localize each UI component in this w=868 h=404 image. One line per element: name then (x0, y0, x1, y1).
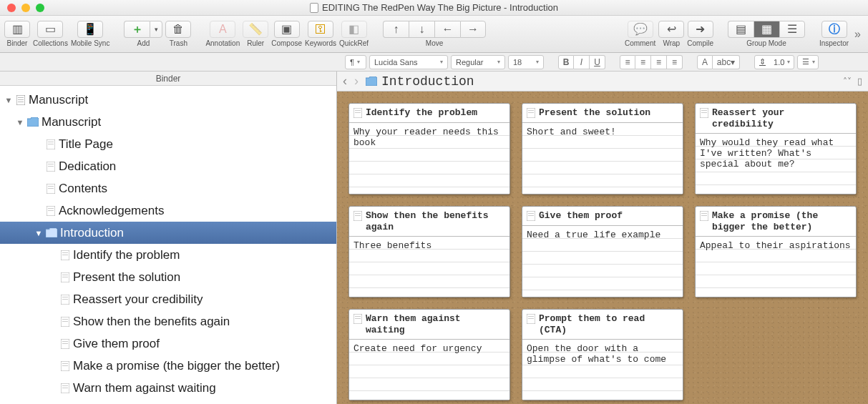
inspector-button[interactable]: ⓘ (821, 21, 847, 38)
corkboard[interactable]: Identify the problem Why your reader nee… (337, 92, 868, 404)
tree-root-manuscript[interactable]: ▼ Manuscript (0, 89, 336, 111)
card-synopsis[interactable]: Open the door with a glimpse of what's t… (522, 340, 683, 400)
path-up-down-button[interactable]: ˄˅ (843, 77, 852, 87)
collections-button[interactable]: ▭ (37, 21, 63, 38)
tree-item[interactable]: Reassert your credibility (0, 288, 336, 310)
disclosure-triangle-icon[interactable]: ▼ (34, 229, 43, 237)
document-icon (46, 139, 56, 149)
binder-header: Binder (0, 72, 336, 86)
group-mode-corkboard-button[interactable]: ▦ (754, 21, 779, 38)
italic-button[interactable]: I (574, 55, 590, 69)
add-label: Add (137, 39, 150, 47)
card-synopsis[interactable]: Three benefits (349, 237, 509, 297)
tree-item-acknowledgements[interactable]: Acknowledgements (0, 199, 336, 222)
index-card[interactable]: Give them proof Need a true life example (522, 206, 683, 297)
quickref-button[interactable]: ◧ (341, 21, 367, 38)
split-view-button[interactable]: ▯ (857, 76, 862, 87)
align-right-button[interactable]: ≡ (651, 55, 667, 69)
card-title: Show then the benefits again (366, 210, 505, 232)
annotation-button[interactable]: A (210, 21, 235, 38)
toolbar-overflow-button[interactable]: » (852, 28, 864, 41)
card-synopsis[interactable]: Why your reader needs this book (349, 123, 509, 194)
svg-rect-59 (355, 316, 361, 317)
document-icon (353, 211, 362, 221)
card-synopsis[interactable]: Need a true life example (522, 226, 683, 297)
mobile-sync-button[interactable]: 📱 (77, 21, 103, 38)
tree-item[interactable]: Give them proof (0, 332, 336, 355)
svg-rect-11 (48, 186, 54, 187)
document-icon (700, 108, 708, 118)
svg-rect-21 (62, 277, 68, 277)
index-card[interactable]: Make a promise (the bigger the better) A… (695, 206, 857, 297)
trash-button[interactable]: 🗑 (165, 21, 191, 38)
bold-button[interactable]: B (558, 55, 574, 69)
align-left-button[interactable]: ≡ (620, 55, 635, 69)
folder-icon (46, 228, 57, 237)
disclosure-triangle-icon[interactable]: ▼ (16, 118, 24, 127)
align-justify-button[interactable]: ≡ (667, 55, 683, 69)
move-right-button[interactable]: → (460, 21, 486, 38)
tree-item[interactable]: Warn them against waiting (0, 377, 336, 399)
line-spacing-select[interactable]: ⇕ 1.0▾ (754, 55, 794, 69)
nav-back-button[interactable]: ‹ (343, 74, 347, 89)
move-down-button[interactable]: ↓ (409, 21, 434, 38)
binder-toggle-button[interactable]: ▥ (4, 21, 30, 38)
document-icon (46, 162, 56, 172)
wrap-button[interactable]: ↩ (658, 21, 684, 38)
add-button[interactable]: ＋ (124, 21, 150, 38)
compose-button[interactable]: ▣ (274, 21, 300, 38)
card-synopsis[interactable]: Appeal to their aspirations (696, 237, 856, 297)
group-mode-document-button[interactable]: ▤ (728, 21, 754, 38)
card-synopsis[interactable]: Create need for urgency (349, 340, 509, 400)
move-left-button[interactable]: ← (434, 21, 460, 38)
move-up-button[interactable]: ↑ (383, 21, 409, 38)
svg-rect-20 (62, 275, 68, 275)
tree-item-contents[interactable]: Contents (0, 177, 336, 199)
tree-item-dedication[interactable]: Dedication (0, 155, 336, 177)
tree-item[interactable]: Present the solution (0, 266, 336, 288)
align-center-button[interactable]: ≡ (635, 55, 651, 69)
tree-folder-manuscript[interactable]: ▼ Manuscript (0, 111, 336, 133)
disclosure-triangle-icon[interactable]: ▼ (4, 96, 13, 104)
card-title: Warn them against waiting (366, 313, 505, 335)
card-synopsis[interactable]: Why would they read what I've written? W… (696, 134, 856, 194)
font-family-select[interactable]: Lucida Sans▾ (369, 55, 448, 69)
index-card[interactable]: Prompt them to read (CTA) Open the door … (522, 309, 683, 400)
add-dropdown-button[interactable]: ▾ (150, 21, 162, 38)
group-mode-outline-button[interactable]: ☰ (779, 21, 805, 38)
font-size-select[interactable]: 18▾ (508, 55, 544, 69)
svg-rect-53 (528, 213, 534, 214)
svg-rect-15 (48, 210, 54, 211)
svg-rect-32 (62, 363, 68, 364)
comment-button[interactable]: 💬 (628, 21, 653, 38)
font-style-select[interactable]: Regular▾ (451, 55, 505, 69)
card-synopsis[interactable]: Short and sweet! (522, 123, 683, 194)
tree-item-title-page[interactable]: Title Page (0, 133, 336, 155)
index-card[interactable]: Show then the benefits again Three benef… (348, 206, 510, 297)
svg-rect-54 (528, 215, 534, 216)
tree-folder-introduction[interactable]: ▼ Introduction (0, 222, 336, 244)
index-card[interactable]: Reassert your credibility Why would they… (695, 103, 857, 194)
document-icon (60, 295, 70, 305)
svg-rect-48 (701, 112, 707, 113)
ruler-button[interactable]: 📏 (243, 21, 268, 38)
index-card[interactable]: Present the solution Short and sweet! (522, 103, 683, 194)
list-button[interactable]: ☰▾ (797, 55, 819, 69)
tree-item[interactable]: Make a promise (the bigger the better) (0, 355, 336, 377)
highlight-button[interactable]: abc▾ (713, 55, 740, 69)
text-color-button[interactable]: A (697, 55, 713, 69)
document-icon (310, 3, 318, 13)
paragraph-style-button[interactable]: ¶ ▾ (345, 55, 366, 69)
underline-button[interactable]: U (590, 55, 605, 69)
index-card[interactable]: Warn them against waiting Create need fo… (348, 309, 510, 400)
compile-button[interactable]: ➜ (688, 21, 713, 38)
document-icon (353, 314, 362, 324)
folder-icon (366, 77, 377, 86)
tree-item[interactable]: Show then the benefits again (0, 310, 336, 332)
keywords-button[interactable]: ⚿ (308, 21, 333, 38)
nav-forward-button[interactable]: › (354, 74, 359, 89)
tree-item[interactable]: Prompt them to read (CTA) (0, 399, 336, 404)
index-card[interactable]: Identify the problem Why your reader nee… (348, 103, 510, 194)
tree-item[interactable]: Identify the problem (0, 244, 336, 266)
document-icon (60, 250, 70, 260)
